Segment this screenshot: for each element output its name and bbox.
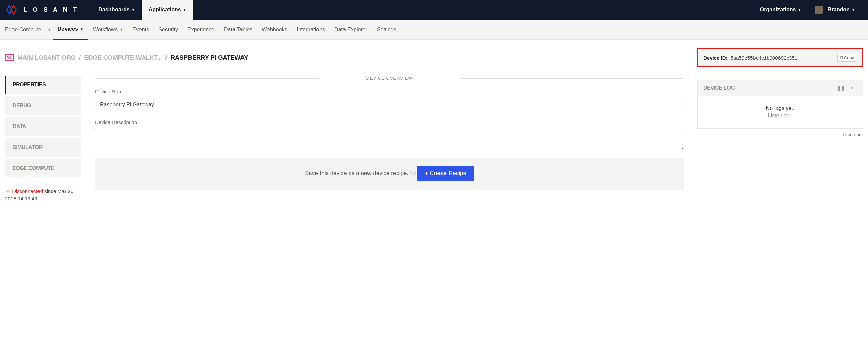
copy-label: Copy: [844, 55, 854, 60]
top-nav: L O S A N T Dashboards ▼ Applications ▼ …: [0, 0, 868, 20]
nav-user-menu[interactable]: Brandon ▼: [808, 0, 862, 20]
caret-down-icon: ▼: [798, 8, 801, 12]
caret-down-icon: ▼: [120, 28, 123, 31]
device-name-input[interactable]: [95, 97, 684, 112]
caret-down-icon: ▼: [852, 8, 855, 12]
device-log-title: DEVICE LOG: [703, 85, 834, 91]
caret-down-icon: ▼: [183, 8, 186, 12]
logo-icon: [6, 5, 20, 15]
subnav-dataexplorer[interactable]: Data Explorer: [330, 20, 372, 40]
nav-organizations-label: Organizations: [760, 7, 796, 13]
subnav-devices[interactable]: Devices ▼: [53, 20, 88, 40]
subnav-experience[interactable]: Experience: [183, 20, 219, 40]
side-tabs: PROPERTIES DEBUG DATA SIMULATOR EDGE COM…: [5, 76, 81, 202]
main-content: PROPERTIES DEBUG DATA SIMULATOR EDGE COM…: [0, 67, 868, 216]
breadcrumb: ML MAIN LOSANT ORG / EDGE COMPUTE WALKT.…: [5, 54, 248, 61]
page-header-row: ML MAIN LOSANT ORG / EDGE COMPUTE WALKT.…: [0, 40, 868, 67]
nav-applications[interactable]: Applications ▼: [142, 0, 193, 20]
breadcrumb-sep: /: [79, 54, 81, 61]
subnav-webhooks[interactable]: Webhooks: [257, 20, 292, 40]
subnav-integrations[interactable]: Integrations: [292, 20, 330, 40]
subnav-settings[interactable]: Settings: [372, 20, 401, 40]
copy-icon: ⧉: [840, 55, 843, 60]
breadcrumb-org[interactable]: MAIN LOSANT ORG: [17, 54, 76, 61]
log-empty-text: No logs yet.: [703, 105, 857, 111]
device-name-label: Device Name: [95, 89, 684, 94]
device-id-value: 5aa59e55be4c1b000692c351: [731, 55, 835, 61]
device-log-header: DEVICE LOG ❚❚ ✕: [698, 80, 863, 96]
subnav-workflows-label: Workflows: [93, 27, 118, 33]
overview-title: DEVICE OVERVIEW: [95, 76, 684, 81]
device-desc-label: Device Description: [95, 119, 684, 125]
breadcrumb-device: RASPBERRY PI GATEWAY: [171, 54, 248, 61]
recipe-text: Save this device as a new device recipe.: [305, 170, 408, 177]
overview-panel: DEVICE OVERVIEW Device Name Device Descr…: [95, 76, 684, 190]
connection-status: ⚡ Disconnected since Mar 26, 2018 14:19:…: [5, 188, 81, 202]
status-state: Disconnected: [12, 188, 43, 194]
right-column: DEVICE LOG ❚❚ ✕ No logs yet. Listening..…: [697, 76, 863, 137]
device-desc-input[interactable]: [95, 128, 684, 149]
nav-organizations[interactable]: Organizations ▼: [753, 0, 808, 20]
caret-down-icon: ▼: [132, 8, 135, 12]
breadcrumb-sep: /: [165, 54, 167, 61]
nav-dashboards[interactable]: Dashboards ▼: [92, 0, 142, 20]
device-log-panel: DEVICE LOG ❚❚ ✕ No logs yet. Listening..: [697, 80, 863, 129]
tab-properties[interactable]: PROPERTIES: [5, 76, 81, 94]
subnav-devices-label: Devices: [57, 26, 78, 32]
tab-edgecompute[interactable]: EDGE COMPUTE: [5, 159, 81, 177]
nav-user-label: Brandon: [827, 7, 850, 13]
subnav-workflows[interactable]: Workflows ▼: [88, 20, 128, 40]
recipe-text-row: Save this device as a new device recipe.…: [305, 170, 416, 177]
device-id-label: Device ID:: [703, 55, 728, 61]
breadcrumb-app[interactable]: EDGE COMPUTE WALKT...: [84, 54, 162, 61]
brand-text: L O S A N T: [24, 6, 79, 13]
log-listening-text: Listening..: [703, 113, 857, 119]
tab-simulator[interactable]: SIMULATOR: [5, 138, 81, 157]
sub-nav: Edge Compute... » Devices ▼ Workflows ▼ …: [0, 20, 868, 40]
close-icon[interactable]: ✕: [848, 85, 857, 91]
recipe-box: Save this device as a new device recipe.…: [95, 158, 684, 190]
tab-data[interactable]: DATA: [5, 117, 81, 136]
device-id-panel: Device ID: 5aa59e55be4c1b000692c351 ⧉Cop…: [697, 48, 863, 67]
tab-debug[interactable]: DEBUG: [5, 96, 81, 115]
pause-icon[interactable]: ❚❚: [834, 85, 848, 91]
help-icon[interactable]: ?: [410, 171, 416, 176]
log-footer-status: Listening.: [697, 132, 863, 137]
nav-dashboards-label: Dashboards: [98, 7, 129, 13]
caret-down-icon: ▼: [80, 27, 83, 31]
device-log-body: No logs yet. Listening..: [698, 96, 863, 128]
org-badge: ML: [5, 54, 14, 61]
avatar: [815, 6, 823, 14]
subnav-app-breadcrumb[interactable]: Edge Compute... »: [5, 27, 53, 33]
subnav-events[interactable]: Events: [128, 20, 154, 40]
subnav-security[interactable]: Security: [154, 20, 183, 40]
brand-logo[interactable]: L O S A N T: [6, 5, 79, 15]
subnav-datatables[interactable]: Data Tables: [219, 20, 257, 40]
create-recipe-button[interactable]: + Create Recipe: [417, 166, 474, 181]
copy-button[interactable]: ⧉Copy: [837, 54, 857, 62]
disconnected-icon: ⚡: [5, 189, 11, 194]
nav-applications-label: Applications: [149, 7, 181, 13]
